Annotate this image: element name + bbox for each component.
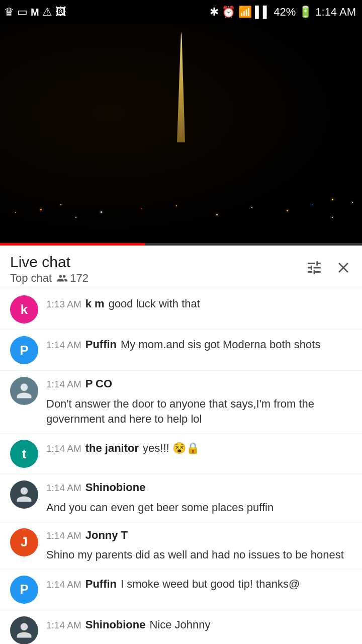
chat-message: 1:14 AM Shinobione And you can even get … <box>0 474 362 522</box>
message-author: the janitor <box>85 441 139 456</box>
message-content: 1:14 AM Shinobione And you can even get … <box>46 480 352 515</box>
avatar <box>10 377 38 405</box>
message-meta: 1:14 AM Shinobione And you can even get … <box>46 480 352 515</box>
video-player[interactable] <box>0 24 362 246</box>
message-text: My mom.and sis got Moderna both shots <box>121 337 320 353</box>
folder-icon: ▭ <box>17 6 28 19</box>
avatar <box>10 616 38 644</box>
message-meta: 1:14 AM the janitor yes!!! 😵🔒 <box>46 440 352 456</box>
status-right: ✱ ⏰ 📶 ▌▌ 42% 🔋 1:14 AM <box>210 6 356 19</box>
message-author: Puffin <box>85 338 117 352</box>
message-time: 1:13 AM <box>46 298 81 311</box>
time-display: 1:14 AM <box>315 6 356 19</box>
message-meta: 1:14 AM Jonny T Shino my parents did as … <box>46 528 352 563</box>
message-time: 1:14 AM <box>46 443 81 455</box>
message-meta: 1:14 AM Puffin I smoke weed but good tip… <box>46 576 352 592</box>
filter-button[interactable] <box>306 259 323 280</box>
avatar: t <box>10 440 38 468</box>
viewer-count-row: 172 <box>57 272 88 285</box>
chat-messages-list: k 1:13 AM k m good luck with that P 1:14… <box>0 289 362 644</box>
message-author: Jonny T <box>85 528 128 543</box>
battery-icon: 🔋 <box>299 6 312 19</box>
message-text: yes!!! 😵🔒 <box>143 441 200 456</box>
message-content: 1:14 AM Puffin I smoke weed but good tip… <box>46 576 352 592</box>
chat-message: k 1:13 AM k m good luck with that <box>0 289 362 330</box>
alarm-icon: ⏰ <box>222 6 235 19</box>
message-text: Nice Johnny <box>149 617 210 633</box>
wifi-icon: 📶 <box>238 6 252 19</box>
message-content: 1:13 AM k m good luck with that <box>46 295 352 312</box>
status-bar: ♛ ▭ M ⚠ 🖼 ✱ ⏰ 📶 ▌▌ 42% 🔋 1:14 AM <box>0 0 362 24</box>
avatar: k <box>10 295 38 324</box>
bluetooth-icon: ✱ <box>210 6 219 19</box>
m-icon: M <box>31 7 39 18</box>
chat-header: Live chat Top chat 172 <box>0 246 362 289</box>
chat-message: t 1:14 AM the janitor yes!!! 😵🔒 <box>0 434 362 474</box>
warning-icon: ⚠ <box>42 6 52 19</box>
chat-message: P 1:14 AM Puffin I smoke weed but good t… <box>0 570 362 610</box>
chat-header-right <box>306 259 352 280</box>
video-progress-bar[interactable] <box>0 243 362 246</box>
avatar <box>10 480 38 509</box>
message-text: I smoke weed but good tip! thanks@ <box>121 577 300 592</box>
chat-message: 1:14 AM Shinobione Nice Johnny <box>0 610 362 644</box>
message-meta: 1:14 AM Shinobione Nice Johnny <box>46 616 352 633</box>
message-text: good luck with that <box>109 296 200 312</box>
chat-message: P 1:14 AM Puffin My mom.and sis got Mode… <box>0 330 362 371</box>
message-text: Shino my parents did as well and had no … <box>46 547 344 563</box>
avatar: J <box>10 528 38 556</box>
message-content: 1:14 AM Jonny T Shino my parents did as … <box>46 528 352 563</box>
message-time: 1:14 AM <box>46 579 81 591</box>
message-time: 1:14 AM <box>46 378 81 391</box>
avatar: P <box>10 336 38 364</box>
viewer-count-number: 172 <box>70 272 88 285</box>
message-content: 1:14 AM Shinobione Nice Johnny <box>46 616 352 633</box>
message-time: 1:14 AM <box>46 619 81 632</box>
close-button[interactable] <box>335 259 352 280</box>
avatar: P <box>10 576 38 604</box>
battery-percentage: 42% <box>274 6 296 19</box>
image-icon: 🖼 <box>55 6 66 19</box>
message-author: P CO <box>85 377 112 391</box>
chat-title: Live chat <box>10 254 88 271</box>
chat-message: 1:14 AM P CO Don't answer the door to an… <box>0 371 362 434</box>
message-content: 1:14 AM the janitor yes!!! 😵🔒 <box>46 440 352 456</box>
message-time: 1:14 AM <box>46 482 81 495</box>
chat-panel: Live chat Top chat 172 k 1:13 <box>0 246 362 644</box>
message-time: 1:14 AM <box>46 339 81 352</box>
message-meta: 1:13 AM k m good luck with that <box>46 295 352 312</box>
message-meta: 1:14 AM Puffin My mom.and sis got Modern… <box>46 336 352 353</box>
chat-header-left: Live chat Top chat 172 <box>10 254 88 285</box>
chat-message: J 1:14 AM Jonny T Shino my parents did a… <box>0 522 362 570</box>
message-author: k m <box>85 297 105 311</box>
signal-icon: ▌▌ <box>255 6 270 19</box>
top-chat-row: Top chat 172 <box>10 272 88 285</box>
video-progress-fill <box>0 243 145 246</box>
message-content: 1:14 AM P CO Don't answer the door to an… <box>46 377 352 427</box>
video-content <box>0 24 362 246</box>
message-time: 1:14 AM <box>46 530 81 542</box>
message-meta: 1:14 AM P CO Don't answer the door to an… <box>46 377 352 427</box>
message-author: Shinobione <box>85 618 146 632</box>
message-content: 1:14 AM Puffin My mom.and sis got Modern… <box>46 336 352 353</box>
status-icons-left: ♛ ▭ M ⚠ 🖼 <box>4 6 66 19</box>
crown-icon: ♛ <box>4 6 14 19</box>
top-chat-label: Top chat <box>10 272 52 285</box>
message-text: Don't answer the door to anyone that say… <box>46 396 352 428</box>
viewers-icon <box>57 273 68 284</box>
message-author: Puffin <box>85 577 117 592</box>
message-text: And you can even get beer some places pu… <box>46 500 274 516</box>
message-author: Shinobione <box>85 480 146 495</box>
